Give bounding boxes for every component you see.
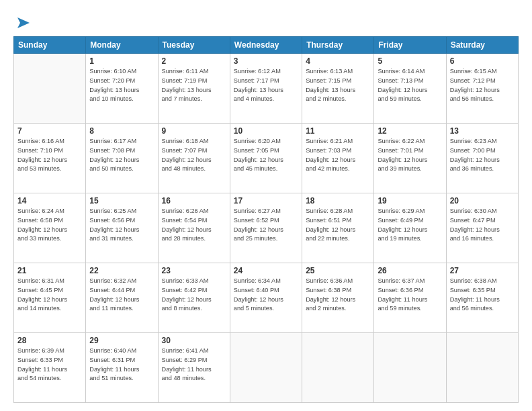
day-number: 19 <box>378 196 442 205</box>
calendar-page: SundayMondayTuesdayWednesdayThursdayFrid… <box>0 0 532 411</box>
day-number: 16 <box>162 196 226 205</box>
day-info: Sunrise: 6:13 AMSunset: 7:15 PMDaylight:… <box>306 67 370 104</box>
day-number: 7 <box>17 126 82 136</box>
weekday-header: Sunday <box>14 37 86 54</box>
day-number: 2 <box>162 56 226 66</box>
day-number: 14 <box>17 196 82 205</box>
calendar-cell: 21Sunrise: 6:31 AMSunset: 6:45 PMDayligh… <box>14 263 86 333</box>
calendar-cell: 30Sunrise: 6:41 AMSunset: 6:29 PMDayligh… <box>158 333 230 403</box>
day-number: 27 <box>450 266 515 275</box>
calendar-cell: 2Sunrise: 6:11 AMSunset: 7:19 PMDaylight… <box>158 54 230 124</box>
calendar-week-row: 14Sunrise: 6:24 AMSunset: 6:58 PMDayligh… <box>14 193 519 263</box>
calendar-table: SundayMondayTuesdayWednesdayThursdayFrid… <box>13 36 519 403</box>
calendar-cell: 5Sunrise: 6:14 AMSunset: 7:13 PMDaylight… <box>374 54 446 124</box>
day-number: 20 <box>450 196 515 205</box>
day-number: 17 <box>234 196 298 205</box>
header-area <box>13 11 519 32</box>
calendar-cell: 22Sunrise: 6:32 AMSunset: 6:44 PMDayligh… <box>86 263 158 333</box>
calendar-cell: 28Sunrise: 6:39 AMSunset: 6:33 PMDayligh… <box>14 333 86 403</box>
calendar-cell: 10Sunrise: 6:20 AMSunset: 7:05 PMDayligh… <box>230 124 302 193</box>
calendar-week-row: 7Sunrise: 6:16 AMSunset: 7:10 PMDaylight… <box>14 124 519 193</box>
day-info: Sunrise: 6:39 AMSunset: 6:33 PMDaylight:… <box>17 347 82 383</box>
day-info: Sunrise: 6:41 AMSunset: 6:29 PMDaylight:… <box>162 347 226 383</box>
day-number: 22 <box>89 266 154 275</box>
calendar-cell: 15Sunrise: 6:25 AMSunset: 6:56 PMDayligh… <box>86 193 158 263</box>
day-number: 10 <box>234 126 298 136</box>
calendar-week-row: 21Sunrise: 6:31 AMSunset: 6:45 PMDayligh… <box>14 263 519 333</box>
day-info: Sunrise: 6:25 AMSunset: 6:56 PMDaylight:… <box>89 207 154 244</box>
day-info: Sunrise: 6:40 AMSunset: 6:31 PMDaylight:… <box>89 347 154 383</box>
calendar-cell: 11Sunrise: 6:21 AMSunset: 7:03 PMDayligh… <box>302 124 374 193</box>
day-info: Sunrise: 6:17 AMSunset: 7:08 PMDaylight:… <box>89 137 154 174</box>
day-info: Sunrise: 6:37 AMSunset: 6:36 PMDaylight:… <box>378 277 442 314</box>
calendar-cell: 19Sunrise: 6:29 AMSunset: 6:49 PMDayligh… <box>374 193 446 263</box>
weekday-header: Wednesday <box>230 37 302 54</box>
day-number: 18 <box>306 196 370 205</box>
calendar-cell: 16Sunrise: 6:26 AMSunset: 6:54 PMDayligh… <box>158 193 230 263</box>
calendar-cell: 4Sunrise: 6:13 AMSunset: 7:15 PMDaylight… <box>302 54 374 124</box>
day-number: 9 <box>162 126 226 136</box>
weekday-header: Thursday <box>302 37 374 54</box>
calendar-cell <box>14 54 86 124</box>
day-number: 24 <box>234 266 298 275</box>
day-info: Sunrise: 6:28 AMSunset: 6:51 PMDaylight:… <box>306 207 370 244</box>
weekday-header: Friday <box>374 37 446 54</box>
calendar-cell <box>302 333 374 403</box>
day-number: 29 <box>89 336 154 345</box>
calendar-cell: 13Sunrise: 6:23 AMSunset: 7:00 PMDayligh… <box>446 124 518 193</box>
day-info: Sunrise: 6:26 AMSunset: 6:54 PMDaylight:… <box>162 207 226 244</box>
weekday-header: Saturday <box>446 37 518 54</box>
logo-icon <box>15 13 34 32</box>
calendar-cell <box>230 333 302 403</box>
day-number: 13 <box>450 126 515 136</box>
day-info: Sunrise: 6:33 AMSunset: 6:42 PMDaylight:… <box>162 277 226 314</box>
calendar-cell: 14Sunrise: 6:24 AMSunset: 6:58 PMDayligh… <box>14 193 86 263</box>
day-number: 26 <box>378 266 442 275</box>
calendar-cell: 6Sunrise: 6:15 AMSunset: 7:12 PMDaylight… <box>446 54 518 124</box>
day-number: 15 <box>89 196 154 205</box>
day-number: 3 <box>234 56 298 66</box>
day-info: Sunrise: 6:32 AMSunset: 6:44 PMDaylight:… <box>89 277 154 314</box>
logo <box>13 13 34 32</box>
calendar-cell: 25Sunrise: 6:36 AMSunset: 6:38 PMDayligh… <box>302 263 374 333</box>
calendar-cell: 27Sunrise: 6:38 AMSunset: 6:35 PMDayligh… <box>446 263 518 333</box>
day-info: Sunrise: 6:21 AMSunset: 7:03 PMDaylight:… <box>306 137 370 174</box>
day-number: 28 <box>17 336 82 345</box>
day-number: 11 <box>306 126 370 136</box>
day-info: Sunrise: 6:14 AMSunset: 7:13 PMDaylight:… <box>378 67 442 104</box>
day-number: 6 <box>450 56 515 66</box>
day-info: Sunrise: 6:18 AMSunset: 7:07 PMDaylight:… <box>162 137 226 174</box>
day-info: Sunrise: 6:34 AMSunset: 6:40 PMDaylight:… <box>234 277 298 314</box>
day-info: Sunrise: 6:31 AMSunset: 6:45 PMDaylight:… <box>17 277 82 314</box>
weekday-header: Tuesday <box>158 37 230 54</box>
weekday-header: Monday <box>86 37 158 54</box>
calendar-cell: 23Sunrise: 6:33 AMSunset: 6:42 PMDayligh… <box>158 263 230 333</box>
day-info: Sunrise: 6:22 AMSunset: 7:01 PMDaylight:… <box>378 137 442 174</box>
calendar-week-row: 28Sunrise: 6:39 AMSunset: 6:33 PMDayligh… <box>14 333 519 403</box>
day-info: Sunrise: 6:12 AMSunset: 7:17 PMDaylight:… <box>234 67 298 104</box>
calendar-cell <box>374 333 446 403</box>
day-number: 21 <box>17 266 82 275</box>
calendar-cell: 26Sunrise: 6:37 AMSunset: 6:36 PMDayligh… <box>374 263 446 333</box>
calendar-cell: 18Sunrise: 6:28 AMSunset: 6:51 PMDayligh… <box>302 193 374 263</box>
day-info: Sunrise: 6:11 AMSunset: 7:19 PMDaylight:… <box>162 67 226 104</box>
day-info: Sunrise: 6:23 AMSunset: 7:00 PMDaylight:… <box>450 137 515 174</box>
calendar-cell: 29Sunrise: 6:40 AMSunset: 6:31 PMDayligh… <box>86 333 158 403</box>
calendar-cell <box>446 333 518 403</box>
day-info: Sunrise: 6:15 AMSunset: 7:12 PMDaylight:… <box>450 67 515 104</box>
day-number: 1 <box>89 56 154 66</box>
calendar-cell: 7Sunrise: 6:16 AMSunset: 7:10 PMDaylight… <box>14 124 86 193</box>
calendar-cell: 12Sunrise: 6:22 AMSunset: 7:01 PMDayligh… <box>374 124 446 193</box>
day-info: Sunrise: 6:38 AMSunset: 6:35 PMDaylight:… <box>450 277 515 314</box>
svg-marker-0 <box>17 17 30 28</box>
day-info: Sunrise: 6:20 AMSunset: 7:05 PMDaylight:… <box>234 137 298 174</box>
calendar-header-row: SundayMondayTuesdayWednesdayThursdayFrid… <box>14 37 519 54</box>
day-info: Sunrise: 6:10 AMSunset: 7:20 PMDaylight:… <box>89 67 154 104</box>
calendar-cell: 17Sunrise: 6:27 AMSunset: 6:52 PMDayligh… <box>230 193 302 263</box>
calendar-cell: 1Sunrise: 6:10 AMSunset: 7:20 PMDaylight… <box>86 54 158 124</box>
calendar-cell: 9Sunrise: 6:18 AMSunset: 7:07 PMDaylight… <box>158 124 230 193</box>
day-number: 12 <box>378 126 442 136</box>
day-number: 5 <box>378 56 442 66</box>
day-number: 4 <box>306 56 370 66</box>
calendar-cell: 8Sunrise: 6:17 AMSunset: 7:08 PMDaylight… <box>86 124 158 193</box>
